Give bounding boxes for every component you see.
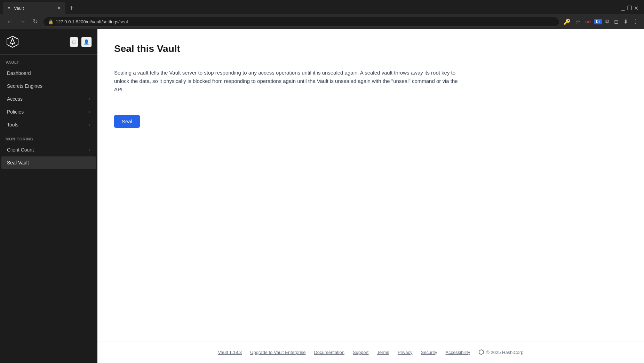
vault-section-label: Vault [0,55,97,67]
toolbar-icon-1[interactable]: ⊟ [613,17,620,26]
main-content: Seal this Vault Sealing a vault tells th… [97,29,644,363]
tab-bar: ▼ Vault ✕ + ⎯ ❐ ✕ [0,0,644,14]
sidebar-header-actions: ⊡ 👤 [70,37,92,47]
app-layout: ⊡ 👤 Vault Dashboard Secrets Engines Acce… [0,29,644,363]
forward-button[interactable]: → [17,17,28,27]
sidebar-item-dashboard-label: Dashboard [7,70,90,76]
sidebar-item-dashboard[interactable]: Dashboard [1,67,96,79]
password-icon[interactable]: 🔑 [562,17,572,26]
page-title: Seal this Vault [114,43,627,54]
window-controls: ⎯ ❐ ✕ [621,5,641,11]
sidebar-item-secrets-engines[interactable]: Secrets Engines [1,80,96,92]
monitoring-section-label: Monitoring [0,131,97,143]
sidebar-item-access-label: Access [7,96,89,102]
tab-close-button[interactable]: ✕ [57,5,61,11]
sidebar-item-policies-label: Policies [7,109,89,115]
sidebar-item-seal-vault-label: Seal Vault [7,160,90,165]
extension-br-icon[interactable]: br [594,19,602,24]
sidebar-item-client-count[interactable]: Client Count › [1,144,96,156]
sidebar-item-client-count-label: Client Count [7,147,89,153]
footer-security-link[interactable]: Security [421,350,437,355]
client-count-chevron-icon: › [89,147,90,152]
footer-documentation-link[interactable]: Documentation [314,350,344,355]
sidebar-item-access[interactable]: Access › [1,93,96,105]
footer-accessibility-link[interactable]: Accessibility [445,350,470,355]
svg-marker-1 [10,38,15,43]
address-bar[interactable]: 🔒 127.0.0.1:8200/ui/vault/settings/seal [43,17,559,27]
tab-title: Vault [14,6,54,11]
bookmark-icon[interactable]: ☆ [574,17,582,26]
download-icon[interactable]: ⬇ [622,17,629,26]
footer-support-link[interactable]: Support [353,350,369,355]
access-chevron-icon: › [89,96,90,101]
user-button[interactable]: 👤 [81,37,92,47]
sidebar-section-monitoring: Monitoring Client Count › Seal Vault [0,131,97,169]
extension-ud-icon[interactable]: ud [584,18,592,26]
address-text[interactable]: 127.0.0.1:8200/ui/vault/settings/seal [56,19,554,24]
close-window-button[interactable]: ✕ [634,5,638,11]
new-tab-button[interactable]: + [67,4,77,12]
sidebar-item-secrets-engines-label: Secrets Engines [7,83,90,89]
sidebar-item-policies[interactable]: Policies › [1,106,96,118]
content-area: Seal this Vault Sealing a vault tells th… [97,29,644,341]
extensions-icon[interactable]: ⧉ [604,17,611,26]
sidebar: ⊡ 👤 Vault Dashboard Secrets Engines Acce… [0,29,97,363]
policies-chevron-icon: › [89,109,90,114]
seal-button[interactable]: Seal [114,115,140,128]
title-divider [114,60,627,60]
footer-privacy-link[interactable]: Privacy [398,350,413,355]
vault-logo [6,35,19,49]
tools-chevron-icon: › [89,122,90,127]
sidebar-item-tools[interactable]: Tools › [1,118,96,131]
seal-description: Sealing a vault tells the Vault server t… [114,69,462,94]
hashicorp-logo-icon: ⬡ [478,348,484,356]
footer-brand: ⬡ © 2025 HashiCorp [478,348,523,356]
minimize-button[interactable]: ⎯ [621,5,625,11]
active-tab[interactable]: ▼ Vault ✕ [3,2,65,14]
address-lock-icon: 🔒 [48,19,54,24]
sidebar-item-tools-label: Tools [7,122,89,128]
browser-chrome: ▼ Vault ✕ + ⎯ ❐ ✕ ← → ↻ 🔒 127.0.0.1:8200… [0,0,644,29]
refresh-button[interactable]: ↻ [31,16,40,27]
terminal-icon: ⊡ [72,39,76,45]
sidebar-header: ⊡ 👤 [0,29,97,55]
terminal-button[interactable]: ⊡ [70,37,78,47]
restore-button[interactable]: ❐ [627,5,632,11]
browser-toolbar: 🔑 ☆ ud br ⧉ ⊟ ⬇ ⋮ [562,17,640,26]
sidebar-item-seal-vault[interactable]: Seal Vault [1,156,96,169]
footer-terms-link[interactable]: Terms [377,350,389,355]
back-button[interactable]: ← [4,17,15,27]
footer-vault-version-link[interactable]: Vault 1.18.3 [218,350,242,355]
content-divider [114,105,627,105]
nav-bar: ← → ↻ 🔒 127.0.0.1:8200/ui/vault/settings… [0,14,644,29]
footer-copyright: © 2025 HashiCorp [486,350,523,355]
menu-button[interactable]: ⋮ [631,17,640,26]
sidebar-section-vault: Vault Dashboard Secrets Engines Access ›… [0,55,97,131]
tab-favicon: ▼ [7,6,11,10]
footer-upgrade-link[interactable]: Upgrade to Vault Enterprise [250,350,305,355]
user-icon: 👤 [84,39,89,45]
main-footer: Vault 1.18.3 Upgrade to Vault Enterprise… [97,341,644,363]
